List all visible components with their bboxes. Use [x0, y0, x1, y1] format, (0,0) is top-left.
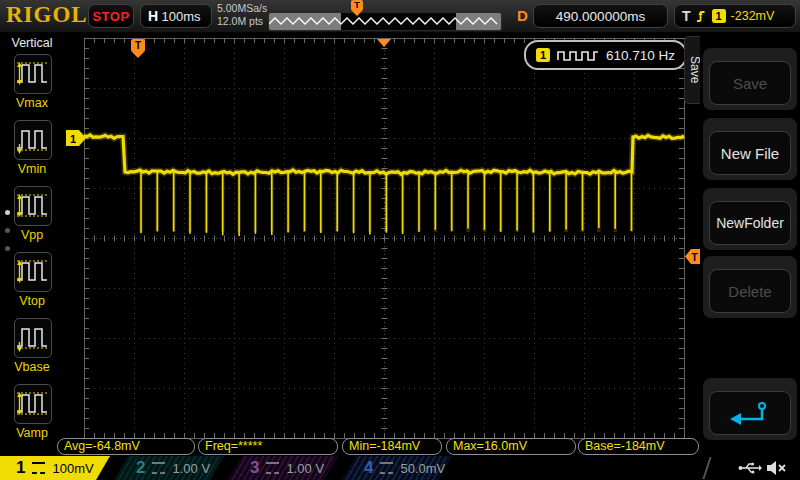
measurement-readout-max: Max=16.0mV	[446, 438, 576, 455]
measure-item-vmin[interactable]: Vmin	[0, 120, 64, 180]
page-indicator-dot	[5, 246, 10, 251]
memory-waveform-icon	[269, 13, 499, 30]
frequency-counter: 1 610.710 Hz	[524, 40, 687, 70]
trigger-level-value: -232mV	[731, 9, 775, 23]
trigger-position-flag-icon[interactable]: T	[131, 39, 145, 58]
sample-rate: 5.00MSa/s	[217, 2, 267, 15]
channel-4-block[interactable]: 450.0mV	[342, 456, 452, 480]
measure-item-label: Vtop	[0, 294, 64, 308]
newfolder-button[interactable]: NewFolder	[709, 201, 791, 245]
channel-number: 2	[136, 458, 145, 478]
measure-item-label: Vmax	[0, 96, 64, 110]
measure-item-label: Vamp	[0, 426, 64, 440]
delay-value: 490.000000ms	[556, 9, 645, 24]
run-state-indicator: STOP	[88, 4, 134, 28]
rising-edge-icon	[696, 9, 707, 24]
coupling-icon	[152, 462, 165, 474]
coupling-icon	[32, 462, 45, 474]
horizontal-label: H	[148, 8, 158, 24]
measure-item-vmax[interactable]: Vmax	[0, 54, 64, 114]
measurement-readout-freq: Freq=*****	[198, 438, 338, 455]
trigger-info-box: T 1 -232mV	[674, 4, 796, 28]
delete-button[interactable]: Delete	[709, 269, 791, 313]
ch1-waveform-trace	[64, 32, 700, 456]
measure-item-vamp[interactable]: Vamp	[0, 384, 64, 444]
channel-status-bar: 1100mV21.00 V31.00 V450.0mV	[0, 456, 800, 480]
softkey-slot: NewFolder	[703, 188, 797, 250]
channel-3-block[interactable]: 31.00 V	[228, 456, 338, 480]
speaker-muted-icon	[766, 460, 788, 476]
channel-scale-value: 1.00 V	[286, 461, 324, 476]
delay-value-box: 490.000000ms	[533, 4, 668, 28]
measure-item-label: Vbase	[0, 360, 64, 374]
oscilloscope-screen: RIGOL STOP H 100ms 5.00MSa/s 12.0M pts T…	[0, 0, 800, 480]
measurement-readout-avg: Avg=-64.8mV	[57, 438, 195, 455]
vtop-icon	[14, 252, 52, 292]
channel-number: 3	[250, 458, 259, 478]
svg-text:1: 1	[70, 133, 76, 145]
vmin-icon	[14, 120, 52, 160]
measure-item-label: Vmin	[0, 162, 64, 176]
channel-scale-value: 100mV	[52, 461, 93, 476]
vbase-icon	[14, 318, 52, 358]
waveform-display-area[interactable]: T 1 T 1 610.710 Hz	[64, 32, 700, 456]
measure-item-vtop[interactable]: Vtop	[0, 252, 64, 312]
save-button[interactable]: Save	[709, 61, 791, 105]
status-divider	[702, 457, 711, 479]
measure-item-vbase[interactable]: Vbase	[0, 318, 64, 378]
softkey-slot: New File	[703, 118, 797, 180]
svg-text:T: T	[692, 252, 698, 263]
frequency-value: 610.710 Hz	[606, 48, 675, 63]
delay-label: D	[517, 7, 528, 24]
channel-scale-value: 50.0mV	[400, 461, 445, 476]
softkey-slot: Delete	[703, 256, 797, 318]
vamp-icon	[14, 384, 52, 424]
trigger-label: T	[682, 8, 691, 24]
channel-2-block[interactable]: 21.00 V	[114, 456, 224, 480]
waveform-memory-bar[interactable]	[268, 12, 502, 31]
measure-category-title: Vertical	[0, 36, 64, 50]
run-state-label: STOP	[92, 9, 129, 24]
page-indicator-dot	[5, 228, 10, 233]
new-file-button[interactable]: New File	[709, 131, 791, 175]
horizontal-timebase-box: H 100ms	[140, 4, 212, 28]
measure-sidebar: Vertical VmaxVminVppVtopVbaseVamp	[0, 32, 65, 456]
channel-number: 4	[364, 458, 373, 478]
channel-number: 1	[16, 458, 25, 478]
trigger-level-marker-icon[interactable]: T	[685, 249, 700, 264]
measurement-readout-min: Min=-184mV	[342, 438, 442, 455]
horizontal-center-marker-icon	[377, 39, 391, 47]
measurement-readout-base: Base=-184mV	[578, 438, 699, 455]
usb-icon	[738, 460, 762, 476]
acquisition-info: 5.00MSa/s 12.0M pts	[217, 2, 267, 28]
timebase-value: 100ms	[158, 9, 204, 24]
trigger-source-badge: 1	[712, 9, 726, 23]
return-arrow-icon	[728, 400, 772, 426]
square-wave-icon	[557, 48, 599, 62]
vmax-icon	[14, 54, 52, 94]
softkey-slot: Save	[703, 48, 797, 110]
channel-1-block[interactable]: 1100mV	[0, 456, 110, 480]
softkey-menu: SaveNew FileNewFolderDelete	[700, 32, 800, 456]
measure-item-vpp[interactable]: Vpp	[0, 186, 64, 246]
trigger-position-marker-icon[interactable]: T	[351, 0, 363, 16]
back-button-slot	[703, 378, 797, 440]
top-status-bar: RIGOL STOP H 100ms 5.00MSa/s 12.0M pts T…	[0, 0, 800, 32]
channel-scale-value: 1.00 V	[172, 461, 210, 476]
coupling-icon	[380, 462, 393, 474]
ch1-ground-marker-icon[interactable]: 1	[66, 130, 86, 146]
page-indicator-dot	[5, 210, 10, 215]
back-button[interactable]	[709, 391, 791, 435]
coupling-icon	[266, 462, 279, 474]
freq-counter-source-badge: 1	[536, 48, 550, 62]
rigol-logo: RIGOL	[6, 2, 88, 28]
vpp-icon	[14, 186, 52, 226]
memory-depth: 12.0M pts	[217, 15, 267, 28]
